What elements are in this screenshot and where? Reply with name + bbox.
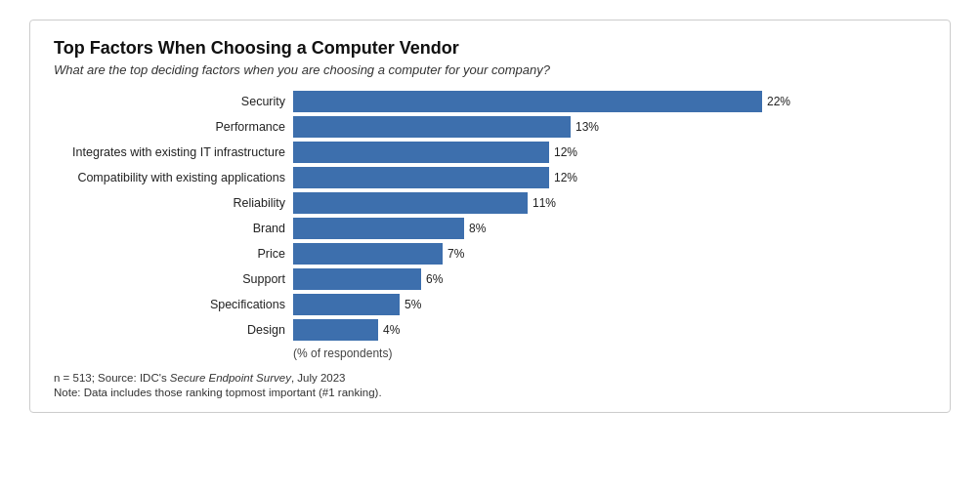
- bar-value-label: 11%: [533, 196, 556, 210]
- bar-container: 7%: [293, 243, 926, 265]
- bar-value-label: 12%: [554, 145, 577, 159]
- bar-fill: [293, 268, 421, 290]
- bar-value-label: 8%: [469, 222, 486, 235]
- footnote-area: n = 513; Source: IDC's Secure Endpoint S…: [54, 372, 926, 398]
- bar-fill: [293, 91, 762, 112]
- footnote1-text: n = 513; Source: IDC's: [54, 372, 170, 384]
- bar-row: Specifications5%: [54, 294, 926, 315]
- bar-value-label: 22%: [767, 95, 790, 108]
- bar-row: Brand8%: [54, 218, 926, 239]
- bar-fill: [293, 218, 464, 239]
- bar-value-label: 7%: [447, 247, 464, 261]
- bar-label: Performance: [54, 120, 293, 134]
- bar-container: 12%: [293, 142, 926, 163]
- bar-row: Performance13%: [54, 116, 926, 138]
- subtitle: What are the top deciding factors when y…: [54, 62, 926, 77]
- bar-fill: [293, 116, 571, 138]
- footnote2: Note: Data includes those ranking topmos…: [54, 387, 926, 398]
- bar-fill: [293, 319, 378, 341]
- bar-value-label: 4%: [383, 323, 400, 337]
- bar-fill: [293, 167, 549, 188]
- bar-row: Compatibility with existing applications…: [54, 167, 926, 188]
- bar-value-label: 5%: [405, 298, 421, 311]
- bar-label: Specifications: [54, 298, 293, 311]
- bar-fill: [293, 142, 549, 163]
- bar-label: Support: [54, 272, 293, 286]
- bar-row: Design4%: [54, 319, 926, 341]
- bar-row: Reliability11%: [54, 192, 926, 214]
- chart-wrapper: Security22%Performance13%Integrates with…: [54, 91, 926, 360]
- bar-fill: [293, 192, 528, 214]
- x-axis-label: (% of respondents): [293, 347, 926, 360]
- bar-container: 12%: [293, 167, 926, 188]
- bar-value-label: 6%: [426, 272, 443, 286]
- x-axis-label-text: (% of respondents): [293, 347, 392, 360]
- bar-label: Design: [54, 323, 293, 337]
- bar-container: 6%: [293, 268, 926, 290]
- bar-container: 11%: [293, 192, 926, 214]
- bar-container: 22%: [293, 91, 926, 112]
- bar-container: 8%: [293, 218, 926, 239]
- bar-label: Integrates with existing IT infrastructu…: [54, 145, 293, 159]
- footnote1-end: , July 2023: [291, 372, 346, 384]
- bar-fill: [293, 243, 443, 265]
- bar-label: Compatibility with existing applications: [54, 171, 293, 184]
- bar-fill: [293, 294, 400, 315]
- bar-row: Security22%: [54, 91, 926, 112]
- footnote1: n = 513; Source: IDC's Secure Endpoint S…: [54, 372, 926, 384]
- bar-value-label: 13%: [575, 120, 599, 134]
- bar-container: 13%: [293, 116, 926, 138]
- bar-label: Brand: [54, 222, 293, 235]
- bar-container: 4%: [293, 319, 926, 341]
- footnote1-italic: Secure Endpoint Survey: [170, 372, 291, 384]
- bar-label: Reliability: [54, 196, 293, 210]
- bar-container: 5%: [293, 294, 926, 315]
- bar-row: Price7%: [54, 243, 926, 265]
- bar-row: Integrates with existing IT infrastructu…: [54, 142, 926, 163]
- bar-label: Security: [54, 95, 293, 108]
- main-title: Top Factors When Choosing a Computer Ven…: [54, 38, 926, 59]
- chart-card: Top Factors When Choosing a Computer Ven…: [29, 20, 951, 413]
- chart-area: Security22%Performance13%Integrates with…: [54, 91, 926, 345]
- bar-value-label: 12%: [554, 171, 577, 184]
- bar-label: Price: [54, 247, 293, 261]
- bar-row: Support6%: [54, 268, 926, 290]
